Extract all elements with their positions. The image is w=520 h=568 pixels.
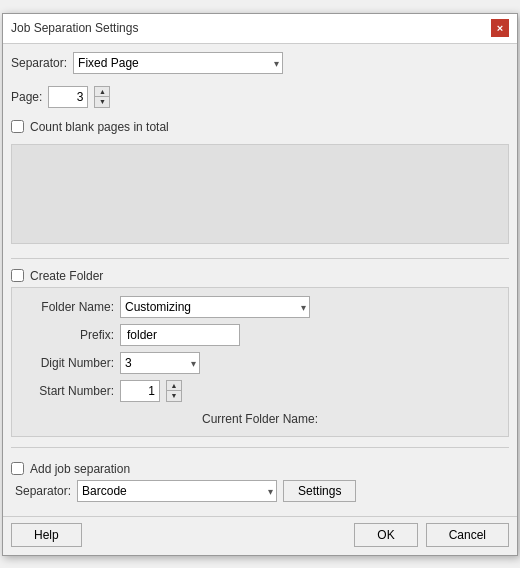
folder-name-row: Folder Name: Customizing Date Time Job N… <box>24 296 496 318</box>
divider2 <box>11 447 509 448</box>
add-job-section: Add job separation Separator: Barcode Fi… <box>11 458 509 506</box>
add-separator-label: Separator: <box>15 484 71 498</box>
help-button[interactable]: Help <box>11 523 82 547</box>
create-folder-checkbox[interactable] <box>11 269 24 282</box>
close-button[interactable]: × <box>491 19 509 37</box>
prefix-row: Prefix: <box>24 324 496 346</box>
page-row: Page: ▲ ▼ <box>11 86 509 108</box>
separator-select-wrapper: Fixed Page Barcode Blank Page Patch Code <box>73 52 283 74</box>
separator-label: Separator: <box>11 56 67 70</box>
prefix-input[interactable] <box>120 324 240 346</box>
settings-button[interactable]: Settings <box>283 480 356 502</box>
barcode-select[interactable]: Barcode Fixed Page Blank Page <box>77 480 277 502</box>
page-label: Page: <box>11 90 42 104</box>
start-number-row: Start Number: ▲ ▼ <box>24 380 496 402</box>
prefix-label: Prefix: <box>24 328 114 342</box>
add-job-checkbox[interactable] <box>11 462 24 475</box>
cancel-button[interactable]: Cancel <box>426 523 509 547</box>
digit-number-row: Digit Number: 3 1 2 4 5 <box>24 352 496 374</box>
folder-name-select[interactable]: Customizing Date Time Job Name <box>120 296 310 318</box>
add-job-label: Add job separation <box>30 462 130 476</box>
job-separation-dialog: Job Separation Settings × Separator: Fix… <box>2 13 518 556</box>
bottom-buttons: Help OK Cancel <box>3 516 517 555</box>
create-folder-label: Create Folder <box>30 269 103 283</box>
digit-select-wrapper: 3 1 2 4 5 <box>120 352 200 374</box>
digit-select[interactable]: 3 1 2 4 5 <box>120 352 200 374</box>
add-separator-row: Separator: Barcode Fixed Page Blank Page… <box>11 480 509 502</box>
separator-select[interactable]: Fixed Page Barcode Blank Page Patch Code <box>73 52 283 74</box>
current-folder-label: Current Folder Name: <box>202 412 318 426</box>
count-blank-checkbox[interactable] <box>11 120 24 133</box>
count-blank-label: Count blank pages in total <box>30 120 169 134</box>
page-spinner: ▲ ▼ <box>94 86 110 108</box>
barcode-select-wrapper: Barcode Fixed Page Blank Page <box>77 480 277 502</box>
folder-name-label: Folder Name: <box>24 300 114 314</box>
start-down-button[interactable]: ▼ <box>167 390 181 401</box>
current-folder-row: Current Folder Name: <box>24 408 496 428</box>
count-blank-row: Count blank pages in total <box>11 120 509 134</box>
create-folder-row: Create Folder <box>11 269 509 283</box>
add-job-row: Add job separation <box>11 462 509 476</box>
dialog-title: Job Separation Settings <box>11 21 138 35</box>
page-input[interactable] <box>48 86 88 108</box>
separator-row: Separator: Fixed Page Barcode Blank Page… <box>11 52 509 74</box>
start-number-label: Start Number: <box>24 384 114 398</box>
start-up-button[interactable]: ▲ <box>167 381 181 391</box>
dialog-body: Separator: Fixed Page Barcode Blank Page… <box>3 44 517 514</box>
folder-name-select-wrapper: Customizing Date Time Job Name <box>120 296 310 318</box>
create-folder-section: Create Folder Folder Name: Customizing D… <box>11 269 509 437</box>
ok-button[interactable]: OK <box>354 523 417 547</box>
empty-area <box>11 144 509 244</box>
divider1 <box>11 258 509 259</box>
page-down-button[interactable]: ▼ <box>95 96 109 107</box>
folder-settings-panel: Folder Name: Customizing Date Time Job N… <box>11 287 509 437</box>
right-buttons: OK Cancel <box>354 523 509 547</box>
page-up-button[interactable]: ▲ <box>95 87 109 97</box>
start-number-spinner: ▲ ▼ <box>166 380 182 402</box>
title-bar: Job Separation Settings × <box>3 14 517 44</box>
digit-number-label: Digit Number: <box>24 356 114 370</box>
start-number-input[interactable] <box>120 380 160 402</box>
